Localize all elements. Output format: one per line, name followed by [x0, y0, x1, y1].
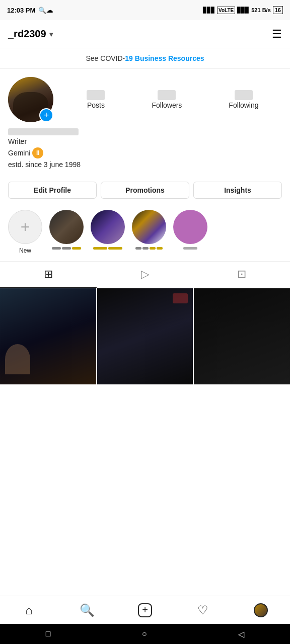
home-icon: ⌂ — [25, 603, 33, 617]
estd-line: estd. since 3 june 1998 — [8, 160, 282, 169]
new-highlight-circle[interactable]: + — [8, 210, 42, 244]
profile-section: + Posts Followers Following Writer Gemin… — [0, 69, 290, 176]
strip-piece — [135, 247, 141, 250]
followers-label: Followers — [152, 101, 182, 109]
status-left: 12:03 PM 🔍☁ — [7, 7, 53, 14]
plus-icon: + — [44, 110, 49, 121]
nav-profile[interactable] — [248, 598, 273, 623]
edit-profile-button[interactable]: Edit Profile — [8, 182, 97, 199]
highlight-item-4[interactable] — [173, 210, 207, 254]
sign-text: Gemini — [8, 149, 30, 157]
nav-activity[interactable]: ♡ — [190, 598, 215, 623]
grid-cell-1[interactable] — [0, 288, 96, 384]
nav-create[interactable]: + — [132, 598, 158, 623]
network-icon: ▊▊▊ — [237, 7, 249, 14]
new-label: New — [19, 247, 31, 254]
volte-icon: VoLTE — [217, 7, 235, 14]
grid-cell-3[interactable] — [194, 288, 290, 384]
highlight-item-2[interactable] — [91, 210, 125, 254]
highlight-circle-4[interactable] — [173, 210, 207, 244]
strip-piece — [52, 247, 61, 250]
profile-top: + Posts Followers Following — [8, 77, 282, 122]
new-plus-icon: + — [21, 218, 30, 236]
gemini-icon: II — [32, 147, 43, 158]
tab-tagged[interactable]: ⊡ — [193, 262, 290, 288]
covid-text-before: See COVID- — [86, 54, 125, 62]
grid-cell-2[interactable] — [97, 288, 193, 384]
status-icons: 🔍☁ — [38, 7, 53, 14]
home-button[interactable]: ○ — [142, 629, 147, 638]
content-tabs: ⊞ ▷ ⊡ — [0, 262, 290, 288]
recents-button[interactable]: □ — [46, 629, 51, 638]
chevron-down-icon: ▾ — [49, 30, 53, 38]
covid-banner: See COVID-19 Business Resources — [0, 48, 290, 69]
posts-label: Posts — [87, 101, 105, 109]
highlight-circle-3[interactable] — [132, 210, 166, 244]
tab-grid[interactable]: ⊞ — [0, 262, 97, 288]
status-right: ▊▊▊ VoLTE ▊▊▊ 521 B/s 16 — [203, 6, 283, 14]
gemini-line: Gemini II — [8, 147, 43, 158]
highlight-thumbnail-4 — [173, 210, 207, 244]
following-value — [235, 90, 253, 100]
highlight-strip-4 — [173, 247, 207, 250]
signal-icon: ▊▊▊ — [203, 7, 215, 14]
tab-reels[interactable]: ▷ — [97, 262, 193, 288]
status-bar: 12:03 PM 🔍☁ ▊▊▊ VoLTE ▊▊▊ 521 B/s 16 — [0, 0, 290, 20]
following-label: Following — [229, 101, 258, 109]
time: 12:03 PM — [7, 7, 35, 14]
battery-icon: 16 — [273, 6, 283, 14]
followers-stat[interactable]: Followers — [152, 90, 182, 109]
action-buttons: Edit Profile Promotions Insights — [0, 176, 290, 205]
bottom-nav: ⌂ 🔍 + ♡ — [0, 596, 290, 624]
highlight-strip-2 — [91, 247, 125, 250]
promotions-button[interactable]: Promotions — [101, 182, 189, 199]
highlight-circle-2[interactable] — [91, 210, 125, 244]
highlight-item-3[interactable] — [132, 210, 166, 254]
strip-piece — [157, 247, 163, 250]
stats-row: Posts Followers Following — [63, 90, 282, 109]
strip-piece — [108, 247, 122, 250]
username-text: _rd2309 — [8, 28, 46, 40]
highlight-thumbnail-3 — [132, 210, 166, 244]
strip-piece — [93, 247, 107, 250]
covid-link[interactable]: Business Resources — [133, 54, 204, 62]
menu-button[interactable]: ☰ — [272, 28, 282, 41]
create-icon: + — [138, 603, 152, 617]
insights-button[interactable]: Insights — [193, 182, 282, 199]
highlight-thumbnail-1 — [49, 210, 84, 244]
highlight-item-1[interactable] — [49, 210, 84, 254]
posts-stat: Posts — [87, 90, 105, 109]
followers-value — [158, 90, 176, 100]
add-story-button[interactable]: + — [39, 108, 53, 122]
search-icon: 🔍 — [80, 603, 95, 617]
strip-piece — [150, 247, 156, 250]
app-header: _rd2309 ▾ ☰ — [0, 20, 290, 48]
strip-piece — [62, 247, 71, 250]
reels-icon: ▷ — [141, 268, 150, 281]
profile-avatar-nav — [254, 603, 268, 617]
highlight-strip-3 — [132, 247, 166, 250]
posts-value — [87, 90, 105, 100]
profile-info: Writer Gemini II estd. since 3 june 1998 — [8, 128, 282, 176]
highlight-strip-1 — [49, 247, 84, 250]
highlight-circle-1[interactable] — [49, 210, 84, 244]
nav-home[interactable]: ⌂ — [17, 598, 42, 623]
strip-piece — [183, 247, 197, 250]
highlights-row: + New — [0, 205, 290, 262]
grid-icon: ⊞ — [44, 268, 53, 281]
role-line: Writer — [8, 137, 282, 145]
strip-piece — [72, 247, 81, 250]
photo-grid — [0, 288, 290, 384]
tagged-icon: ⊡ — [237, 268, 246, 281]
following-stat[interactable]: Following — [229, 90, 258, 109]
back-button[interactable]: ◁ — [238, 629, 244, 639]
nav-search[interactable]: 🔍 — [75, 598, 100, 623]
highlight-new[interactable]: + New — [8, 210, 42, 254]
android-nav-bar: □ ○ ◁ — [0, 624, 290, 644]
estd-text: estd. since 3 june 1998 — [8, 160, 81, 169]
highlight-thumbnail-2 — [91, 210, 125, 244]
username-header[interactable]: _rd2309 ▾ — [8, 28, 53, 40]
strip-piece — [142, 247, 149, 250]
heart-icon: ♡ — [197, 603, 208, 617]
covid-number: 19 — [125, 54, 133, 62]
